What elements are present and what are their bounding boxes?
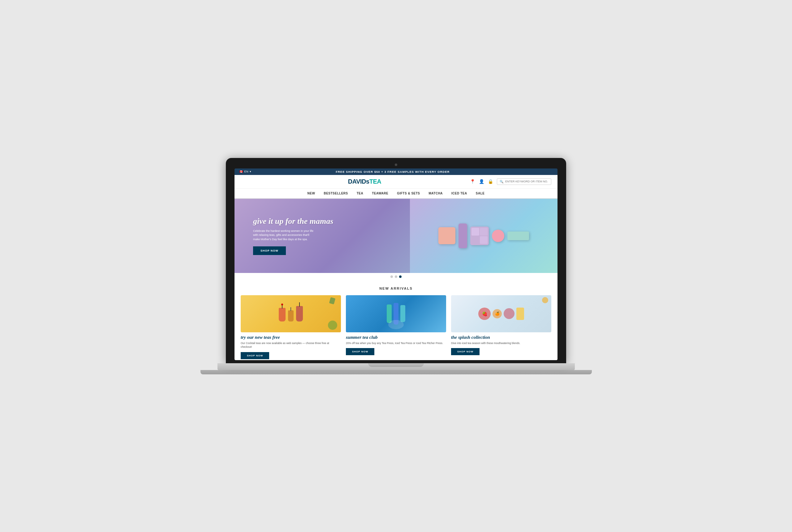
card-try-teas: try our new teas free Our Cocktail teas … bbox=[241, 295, 341, 360]
card-btn-teas[interactable]: SHOP NOW bbox=[241, 352, 269, 359]
logo-second: TEA bbox=[369, 178, 382, 185]
nav-item-bestsellers[interactable]: BESTSELLERS bbox=[324, 191, 348, 196]
logo-first: DAVIDs bbox=[348, 178, 369, 185]
nav-item-sale[interactable]: SALE bbox=[476, 191, 485, 196]
card-desc-summer: 20% off tea when you buy any Tea Press, … bbox=[346, 341, 446, 345]
laptop-camera bbox=[395, 164, 397, 166]
card-desc-teas: Our Cocktail teas are now available as w… bbox=[241, 341, 341, 349]
laptop-foot bbox=[201, 370, 592, 374]
user-icon[interactable]: 👤 bbox=[479, 179, 484, 184]
location-icon[interactable]: 📍 bbox=[470, 179, 475, 184]
nav-item-matcha[interactable]: MATCHA bbox=[429, 191, 443, 196]
flag-icon: 🇨🇦 bbox=[239, 170, 243, 173]
nav-item-new[interactable]: NEW bbox=[308, 191, 315, 196]
hero-image-right bbox=[410, 199, 557, 273]
nav-item-iced[interactable]: ICED TEA bbox=[452, 191, 467, 196]
laptop-screen-frame: 🇨🇦 EN ▾ FREE SHIPPING OVER $50 + 3 FREE … bbox=[226, 158, 566, 363]
drinks-visual bbox=[241, 295, 341, 332]
main-nav: NEW BESTSELLERS TEA TEAWARE GIFTS & SETS… bbox=[235, 189, 557, 199]
carousel-dot-3[interactable] bbox=[399, 276, 402, 278]
top-announcement-bar: 🇨🇦 EN ▾ FREE SHIPPING OVER $50 + 3 FREE … bbox=[235, 169, 557, 175]
splash-visual: 🍓 🍊 bbox=[451, 295, 551, 332]
screen-content: 🇨🇦 EN ▾ FREE SHIPPING OVER $50 + 3 FREE … bbox=[235, 169, 557, 360]
laptop-base bbox=[218, 363, 575, 370]
bottle-visual bbox=[346, 295, 446, 332]
carousel-dot-1[interactable] bbox=[390, 276, 393, 278]
locale-label: EN bbox=[244, 170, 249, 173]
card-image-splash: 🍓 🍊 bbox=[451, 295, 551, 332]
hero-title: give it up for the mamas bbox=[253, 216, 401, 226]
nav-item-gifts[interactable]: GIFTS & SETS bbox=[397, 191, 420, 196]
hero-content-left: give it up for the mamas Celebrate the h… bbox=[235, 207, 410, 265]
new-arrivals-section: NEW ARRIVALS bbox=[235, 280, 557, 360]
nav-item-tea[interactable]: TEA bbox=[357, 191, 364, 196]
laptop-notch bbox=[368, 363, 424, 367]
laptop-wrapper: 🇨🇦 EN ▾ FREE SHIPPING OVER $50 + 3 FREE … bbox=[226, 158, 566, 374]
hero-subtitle: Celebrate the hardest working women in y… bbox=[253, 229, 315, 242]
header-icons-group: 📍 👤 🔒 🔍 bbox=[470, 178, 551, 185]
card-image-summer bbox=[346, 295, 446, 332]
card-desc-splash: Dive into iced tea season with these mou… bbox=[451, 341, 551, 345]
card-image-teas bbox=[241, 295, 341, 332]
nav-item-teaware[interactable]: TEAWARE bbox=[372, 191, 388, 196]
lock-icon[interactable]: 🔒 bbox=[488, 179, 493, 184]
search-input[interactable] bbox=[505, 180, 549, 183]
carousel-dot-2[interactable] bbox=[395, 276, 397, 278]
carousel-dots bbox=[235, 273, 557, 280]
top-bar-locale[interactable]: 🇨🇦 EN ▾ bbox=[239, 170, 252, 173]
card-btn-splash[interactable]: SHOP NOW bbox=[451, 348, 480, 355]
card-title-teas: try our new teas free bbox=[241, 335, 341, 340]
section-title-new-arrivals: NEW ARRIVALS bbox=[241, 287, 551, 290]
hero-banner: give it up for the mamas Celebrate the h… bbox=[235, 199, 557, 273]
card-btn-summer[interactable]: SHOP NOW bbox=[346, 348, 374, 355]
hero-cta-button[interactable]: SHOP NOW bbox=[253, 246, 286, 255]
card-splash: 🍓 🍊 the splash collection Dive into iced… bbox=[451, 295, 551, 360]
card-summer-club: summer tea club 20% off tea when you buy… bbox=[346, 295, 446, 360]
cards-grid: try our new teas free Our Cocktail teas … bbox=[241, 295, 551, 360]
site-header: DAVIDsTEA 📍 👤 🔒 🔍 bbox=[235, 175, 557, 189]
card-title-summer: summer tea club bbox=[346, 335, 446, 340]
site-logo[interactable]: DAVIDsTEA bbox=[348, 178, 381, 185]
card-title-splash: the splash collection bbox=[451, 335, 551, 340]
search-icon: 🔍 bbox=[500, 180, 503, 183]
announcement-text: FREE SHIPPING OVER $50 + 3 FREE SAMPLES … bbox=[252, 170, 534, 173]
search-box[interactable]: 🔍 bbox=[497, 178, 551, 185]
